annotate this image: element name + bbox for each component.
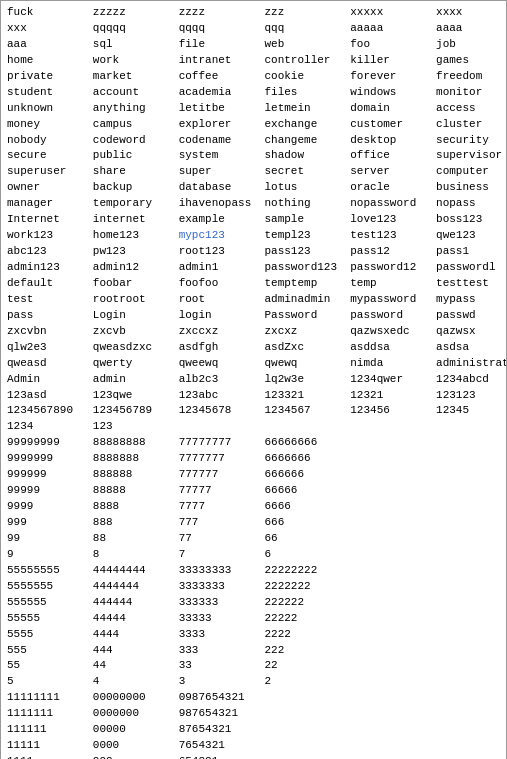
- list-item: private market coffee cookie forever fre…: [7, 69, 500, 85]
- list-item: fuck zzzzz zzzz zzz xxxxx xxxx: [7, 5, 500, 21]
- list-item: xxx qqqqq qqqq qqq aaaaa aaaa: [7, 21, 500, 37]
- list-item: aaa sql file web foo job: [7, 37, 500, 53]
- list-item: 555555 444444 333333 222222: [7, 595, 500, 611]
- list-item: 111111 00000 87654321: [7, 722, 500, 738]
- list-item: 1111 000 654321: [7, 754, 500, 759]
- list-item: 1111111 0000000 987654321: [7, 706, 500, 722]
- list-item: unknown anything letitbe letmein domain …: [7, 101, 500, 117]
- list-item: 9999999 8888888 7777777 6666666: [7, 451, 500, 467]
- list-item: 1234567890 123456789 12345678 1234567 12…: [7, 403, 500, 419]
- list-item: 5555555 4444444 3333333 2222222: [7, 579, 500, 595]
- list-item: qweasd qwerty qweewq qwewq nimda adminis…: [7, 356, 500, 372]
- list-item: 11111111 00000000 0987654321: [7, 690, 500, 706]
- list-item: student account academia files windows m…: [7, 85, 500, 101]
- list-item: 9 8 7 6: [7, 547, 500, 563]
- list-item: Admin admin alb2c3 lq2w3e 1234qwer 1234a…: [7, 372, 500, 388]
- list-item: 5555 4444 3333 2222: [7, 627, 500, 643]
- wordlist-container: fuck zzzzz zzzz zzz xxxxx xxxxxxx qqqqq …: [0, 0, 507, 759]
- list-item: default foobar foofoo temptemp temp test…: [7, 276, 500, 292]
- list-item: home work intranet controller killer gam…: [7, 53, 500, 69]
- list-item: test rootroot root adminadmin mypassword…: [7, 292, 500, 308]
- list-item: 99999999 88888888 77777777 66666666: [7, 435, 500, 451]
- list-item: 99 88 77 66: [7, 531, 500, 547]
- list-item: zxcvbn zxcvb zxccxz zxcxz qazwsxedc qazw…: [7, 324, 500, 340]
- list-item: admin123 admin12 admin1 password123 pass…: [7, 260, 500, 276]
- list-item: qlw2e3 qweasdzxc asdfgh asdZxc asddsa as…: [7, 340, 500, 356]
- list-item: pass Login login Password password passw…: [7, 308, 500, 324]
- list-item: work123 home123 mypc123 templ23 test123 …: [7, 228, 500, 244]
- list-item: 999 888 777 666: [7, 515, 500, 531]
- list-item: superuser share super secret server comp…: [7, 164, 500, 180]
- list-item: 1234 123: [7, 419, 500, 435]
- list-item: abc123 pw123 root123 pass123 pass12 pass…: [7, 244, 500, 260]
- list-item: 11111 0000 7654321: [7, 738, 500, 754]
- list-item: 9999 8888 7777 6666: [7, 499, 500, 515]
- list-item: owner backup database lotus oracle busin…: [7, 180, 500, 196]
- list-item: secure public system shadow office super…: [7, 148, 500, 164]
- list-item: 55555555 44444444 33333333 22222222: [7, 563, 500, 579]
- list-item: manager temporary ihavenopass nothing no…: [7, 196, 500, 212]
- wordlist-content: fuck zzzzz zzzz zzz xxxxx xxxxxxx qqqqq …: [7, 5, 500, 759]
- list-item: nobody codeword codename changeme deskto…: [7, 133, 500, 149]
- list-item: 123asd 123qwe 123abc 123321 12321 123123: [7, 388, 500, 404]
- list-item: 999999 888888 777777 666666: [7, 467, 500, 483]
- list-item: 55 44 33 22: [7, 658, 500, 674]
- list-item: 99999 88888 77777 66666: [7, 483, 500, 499]
- highlighted-word: mypc123: [179, 229, 225, 241]
- list-item: 555 444 333 222: [7, 643, 500, 659]
- list-item: Internet internet example sample love123…: [7, 212, 500, 228]
- list-item: money campus explorer exchange customer …: [7, 117, 500, 133]
- list-item: 55555 44444 33333 22222: [7, 611, 500, 627]
- list-item: 5 4 3 2: [7, 674, 500, 690]
